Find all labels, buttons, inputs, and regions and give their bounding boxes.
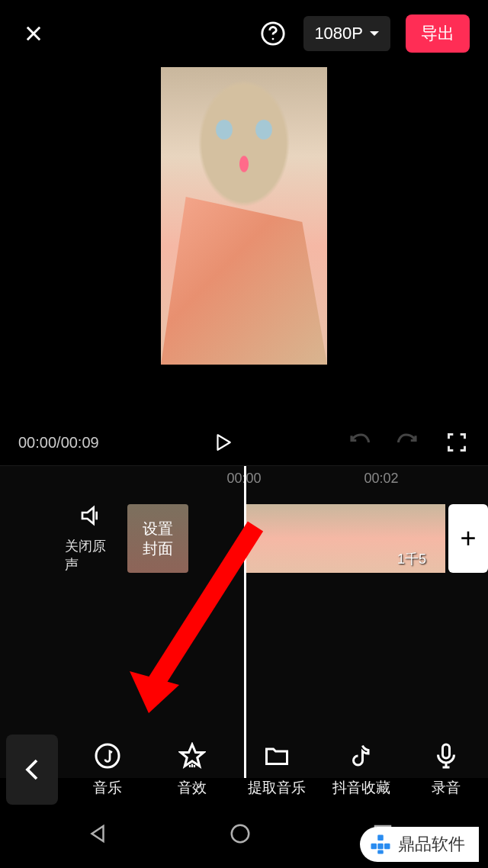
tool-label: 音乐 [93, 778, 122, 798]
triangle-back-icon [86, 822, 109, 845]
play-icon [213, 431, 233, 454]
svg-rect-6 [377, 835, 384, 841]
douyin-icon [347, 741, 376, 770]
undo-button[interactable] [346, 429, 372, 455]
circle-home-icon [229, 822, 252, 845]
close-button[interactable] [18, 18, 49, 49]
redo-button[interactable] [395, 429, 421, 455]
watermark: 鼎品软件 [360, 827, 479, 862]
dropdown-icon [369, 30, 380, 37]
tool-label: 录音 [432, 778, 461, 798]
tool-music[interactable]: 音乐 [73, 741, 142, 798]
playhead[interactable] [244, 466, 246, 778]
add-clip-button[interactable]: + [448, 504, 488, 573]
video-preview [0, 67, 488, 420]
video-track[interactable]: 1千5 + [244, 504, 488, 573]
chevron-left-icon [25, 758, 39, 781]
svg-rect-10 [377, 850, 384, 854]
resolution-selector[interactable]: 1080P [303, 16, 390, 51]
export-label: 导出 [421, 24, 454, 43]
tool-extract[interactable]: 提取音乐 [242, 741, 311, 798]
clip-thumb[interactable] [311, 504, 378, 573]
fullscreen-button[interactable] [444, 429, 470, 455]
svg-rect-3 [442, 744, 449, 758]
help-button[interactable] [258, 18, 288, 49]
redo-icon [396, 431, 419, 454]
mute-button[interactable] [79, 503, 104, 531]
svg-point-2 [96, 744, 119, 767]
playback-controls: 00:00/00:09 [0, 420, 488, 465]
watermark-text: 鼎品软件 [398, 833, 465, 856]
svg-point-1 [272, 38, 274, 40]
star-icon [178, 741, 207, 770]
fullscreen-icon [446, 432, 467, 453]
tool-label: 音效 [178, 778, 207, 798]
svg-point-4 [232, 825, 249, 843]
svg-rect-8 [377, 844, 384, 850]
clip-thumb[interactable] [244, 504, 311, 573]
nav-back[interactable] [86, 822, 117, 853]
back-button[interactable] [6, 735, 58, 805]
time-display: 00:00/00:09 [18, 434, 99, 452]
speaker-icon [79, 503, 104, 528]
tool-record[interactable]: 录音 [412, 741, 480, 798]
mute-label: 关闭原声 [65, 537, 118, 574]
tool-label: 抖音收藏 [332, 778, 390, 798]
clip-thumb[interactable]: 1千5 [378, 504, 445, 573]
resolution-label: 1080P [314, 24, 363, 43]
tool-label: 提取音乐 [248, 778, 306, 798]
close-icon [23, 23, 44, 44]
export-button[interactable]: 导出 [406, 14, 470, 53]
undo-icon [348, 431, 371, 454]
play-button[interactable] [207, 427, 238, 458]
time-mark: 00:02 [364, 471, 398, 487]
microphone-icon [432, 741, 461, 770]
tool-sfx[interactable]: 音效 [158, 741, 226, 798]
set-cover-button[interactable]: 设置封面 [127, 504, 188, 573]
watermark-icon [369, 833, 392, 856]
preview-frame[interactable] [161, 67, 327, 365]
folder-icon [262, 741, 291, 770]
music-icon [93, 741, 122, 770]
preview-image [194, 75, 294, 212]
clip-overlay-text: 1千5 [378, 550, 445, 568]
nav-home[interactable] [229, 822, 259, 853]
top-bar: 1080P 导出 [0, 0, 488, 67]
svg-rect-9 [384, 844, 390, 850]
help-icon [260, 21, 286, 47]
svg-rect-7 [371, 844, 377, 850]
timeline: 00:00 00:02 关闭原声 设置封面 1千5 + [0, 465, 488, 778]
tool-douyin-fav[interactable]: 抖音收藏 [327, 741, 396, 798]
